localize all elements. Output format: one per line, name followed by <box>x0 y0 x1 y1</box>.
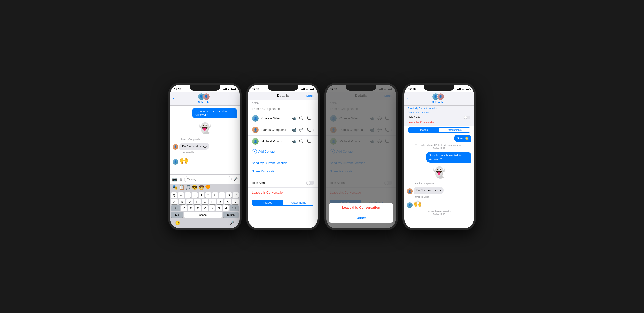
hands-emoji-1: 🙌 <box>179 156 189 165</box>
key-z[interactable]: Z <box>181 205 187 211</box>
key-l[interactable]: L <box>232 199 239 204</box>
send-location-link-4[interactable]: Send My Current Location <box>408 107 470 110</box>
emoji-3[interactable]: 🎵 <box>185 185 191 190</box>
key-f[interactable]: F <box>194 199 201 204</box>
cancel-button-3[interactable]: Cancel <box>329 213 393 223</box>
hide-alerts-row-2: Hide Alerts <box>248 178 318 188</box>
keyboard-row-3: ⇧ Z X C V B N M ⌫ <box>171 205 239 211</box>
leave-row-2[interactable]: Leave this Conversation <box>248 188 318 197</box>
patrick-avatar-1: 👤 <box>173 144 178 150</box>
video-icon-patrick-2[interactable]: 📹 <box>292 128 296 132</box>
group-name-input-2[interactable] <box>248 105 318 113</box>
sender-chance-1: Chance Miller <box>181 151 237 154</box>
system-message-left: You left the conversation.Today 17:19 <box>407 210 471 216</box>
key-g[interactable]: G <box>202 199 208 204</box>
bubble-incoming-1: Don't remind me -_- <box>179 143 209 150</box>
patrick-avatar-4: 👤 <box>407 188 413 194</box>
key-r[interactable]: R <box>192 192 198 198</box>
segment-attachments-2[interactable]: Attachments <box>283 200 314 205</box>
group-name-4[interactable]: 3 People <box>432 101 444 104</box>
group-avatars: 👤 👤 <box>198 93 210 100</box>
key-b[interactable]: B <box>209 205 215 211</box>
toggle-knob-2 <box>307 181 310 185</box>
ghost-emoji-4: 👻 <box>407 164 471 181</box>
nav-4: ‹ 👤 👤 3 People <box>404 92 474 106</box>
key-q[interactable]: Q <box>171 192 177 198</box>
emoji-keyboard-icon[interactable]: 🙂 <box>175 221 180 225</box>
dictation-icon[interactable]: 🎤 <box>229 221 235 225</box>
key-shift[interactable]: ⇧ <box>171 205 180 211</box>
key-n[interactable]: N <box>216 205 222 211</box>
system-message-added: You added Michael Potuck to the conversa… <box>407 143 471 150</box>
key-u[interactable]: U <box>212 192 218 198</box>
status-icons-2: ▲ <box>301 88 314 91</box>
key-123[interactable]: 123 <box>171 212 183 218</box>
key-o[interactable]: O <box>226 192 232 198</box>
key-backspace[interactable]: ⌫ <box>230 205 239 211</box>
group-name-1[interactable]: 3 People <box>198 101 209 104</box>
add-contact-row-2[interactable]: + Add Contact <box>248 147 318 156</box>
emoji-5[interactable]: 🤠 <box>199 185 204 190</box>
key-h[interactable]: H <box>209 199 216 204</box>
phone-icon-michael-2[interactable]: 📞 <box>307 139 311 143</box>
sender-chance-4: Chance Miller <box>415 196 471 198</box>
leave-conversation-link-4[interactable]: Leave this Conversation <box>408 120 470 125</box>
emoji-2[interactable]: 📋 <box>179 185 184 190</box>
appstore-icon[interactable]: ⊕ <box>179 177 183 182</box>
mic-icon[interactable]: 🎤 <box>233 177 238 181</box>
key-i[interactable]: I <box>219 192 225 198</box>
message-icon-michael-2[interactable]: 💬 <box>299 139 303 143</box>
key-w[interactable]: W <box>178 192 184 198</box>
key-space[interactable]: space <box>184 212 222 218</box>
avatar-4b: 👤 <box>437 93 444 100</box>
emoji-4[interactable]: 😎 <box>192 185 198 190</box>
leave-conversation-confirm-button[interactable]: Leave this Conversation <box>329 203 393 213</box>
same-message-row: Same 😂 <box>407 135 471 142</box>
back-button-4[interactable]: ‹ <box>407 96 409 101</box>
segment-images-4[interactable]: Images <box>408 128 439 132</box>
share-location-2[interactable]: Share My Location <box>248 167 318 176</box>
details-scroll-2[interactable]: NAME 👤 Chance Miller 📹 💬 📞 › 👤 Patrick C… <box>248 100 318 228</box>
key-a[interactable]: A <box>171 199 178 204</box>
key-v[interactable]: V <box>202 205 208 211</box>
phone-3: 17:19 ▲ Details Done <box>324 83 398 230</box>
battery-icon-2 <box>310 88 314 90</box>
notch-4 <box>424 85 454 91</box>
key-d[interactable]: D <box>186 199 193 204</box>
message-icon-chance-2[interactable]: 💬 <box>299 116 303 120</box>
key-return[interactable]: return <box>223 212 239 218</box>
key-x[interactable]: X <box>188 205 194 211</box>
message-input[interactable] <box>184 176 232 182</box>
emoji-1[interactable]: 🎭 <box>172 185 178 190</box>
key-c[interactable]: C <box>195 205 201 211</box>
done-button-2[interactable]: Done <box>306 94 314 98</box>
video-icon-chance-2[interactable]: 📹 <box>292 116 296 120</box>
key-m[interactable]: M <box>223 205 229 211</box>
segment-attachments-4[interactable]: Attachments <box>439 128 470 132</box>
time-4: 17:20 <box>408 88 416 91</box>
key-j[interactable]: J <box>217 199 223 204</box>
emoji-6[interactable]: 🧡 <box>205 185 211 190</box>
key-t[interactable]: T <box>199 192 204 198</box>
contact-name-chance-2: Chance Miller <box>261 117 289 120</box>
phone-icon-chance-2[interactable]: 📞 <box>307 116 311 120</box>
key-s[interactable]: S <box>179 199 185 204</box>
hide-alerts-toggle-4[interactable] <box>464 116 470 119</box>
back-button[interactable]: ‹ <box>173 96 174 101</box>
section-name-2: NAME <box>248 100 318 105</box>
video-icon-michael-2[interactable]: 📹 <box>292 139 296 143</box>
share-location-link-4[interactable]: Share My Location <box>408 110 470 114</box>
send-location-2[interactable]: Send My Current Location <box>248 159 318 167</box>
phone-icon-patrick-2[interactable]: 📞 <box>307 128 311 132</box>
hide-alerts-toggle-2[interactable] <box>306 181 314 185</box>
key-p[interactable]: P <box>233 192 239 198</box>
key-e[interactable]: E <box>185 192 191 198</box>
key-k[interactable]: K <box>224 199 231 204</box>
message-icon-patrick-2[interactable]: 💬 <box>299 128 303 132</box>
segment-images-2[interactable]: Images <box>252 200 283 205</box>
segment-control-2: Images Attachments <box>252 200 314 206</box>
phone-4: 17:20 ▲ ‹ <box>402 83 476 230</box>
camera-icon[interactable]: 📷 <box>172 177 177 182</box>
key-y[interactable]: Y <box>205 192 211 198</box>
segment-4: Images Attachments <box>408 127 470 133</box>
